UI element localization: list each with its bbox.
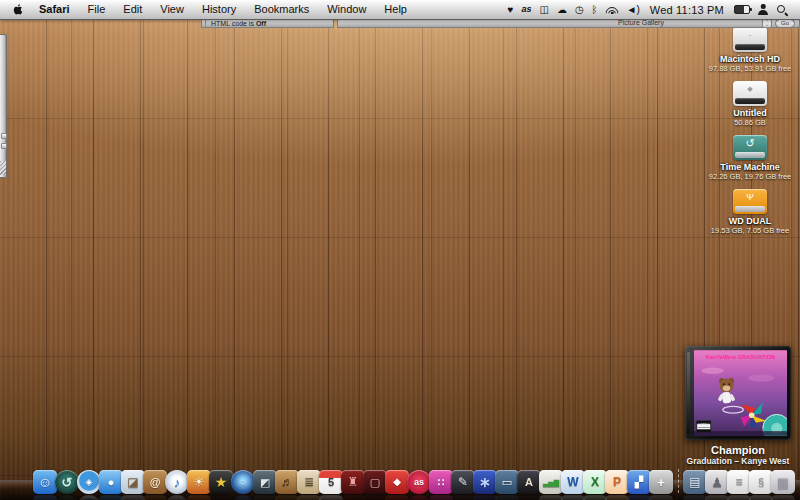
dock-wizard-app-icon[interactable]: ∗ xyxy=(473,470,497,494)
dock-magenta-app-icon[interactable]: ∷ xyxy=(429,470,453,494)
dock-red-app-icon[interactable]: ◆ xyxy=(385,470,409,494)
drive-icon[interactable]: ◆ xyxy=(733,81,767,106)
documents-stack-glyph: ♟ xyxy=(711,476,723,489)
menu-safari[interactable]: Safari xyxy=(30,0,79,19)
dock-trash-icon[interactable]: ▦ xyxy=(771,470,795,494)
dock-star-app-icon[interactable]: ★ xyxy=(209,470,233,494)
bluetooth-icon[interactable]: ᛒ xyxy=(592,0,598,19)
menu-history[interactable]: History xyxy=(193,0,245,19)
menu-file[interactable]: File xyxy=(79,0,115,19)
menu-edit[interactable]: Edit xyxy=(114,0,151,19)
lastfm-glyph: as xyxy=(414,478,424,487)
dock-document-stack-icon[interactable]: ≡ xyxy=(727,470,751,494)
menu-window[interactable]: Window xyxy=(318,0,375,19)
menu-bar: SafariFileEditViewHistoryBookmarksWindow… xyxy=(0,0,800,20)
front-row-glyph: ♜ xyxy=(348,476,359,488)
magenta-app-glyph: ∷ xyxy=(438,477,445,488)
dock-itunes-icon[interactable]: ♪ xyxy=(165,470,189,494)
resize-grip[interactable] xyxy=(0,161,6,175)
desktop-screen: { "menu_bar": { "menus": ["Safari","File… xyxy=(0,0,800,500)
sliver-button[interactable] xyxy=(1,133,7,139)
drive-size-label: 19.53 GB, 7.05 GB free xyxy=(711,226,789,235)
dock-pages-icon[interactable]: A xyxy=(517,470,541,494)
dock-dvd-player-icon[interactable]: ○ xyxy=(231,470,255,494)
drive-emblem-icon: ↺ xyxy=(733,136,767,150)
drive-face-band xyxy=(735,152,765,158)
dock-front-row-icon[interactable]: ♜ xyxy=(341,470,365,494)
user-switch-icon[interactable] xyxy=(758,4,768,15)
drive-icon[interactable]: ∙ xyxy=(733,27,767,52)
desktop-drive-time-machine[interactable]: ↺Time Machine92.26 GB, 19.76 GB free xyxy=(704,135,796,189)
html-code-strip[interactable]: HTML code is Off xyxy=(201,19,334,28)
dock-address-book-icon[interactable]: @ xyxy=(143,470,167,494)
dock-word-icon[interactable]: W xyxy=(561,470,585,494)
desktop-drive-untitled[interactable]: ◆Untitled50.86 GB xyxy=(704,81,796,135)
dock-lastfm-icon[interactable]: as xyxy=(407,470,431,494)
svg-text:PARENTAL: PARENTAL xyxy=(698,422,710,424)
dock-safari-icon[interactable]: ◈ xyxy=(77,470,101,494)
finder-glyph: ☺ xyxy=(38,475,52,489)
heart-icon[interactable]: ♥ xyxy=(507,0,513,19)
chat-bubble-icon[interactable]: ☁ xyxy=(557,0,567,19)
ichat-glyph: ● xyxy=(108,477,115,488)
spaces-app-glyph: + xyxy=(657,476,665,489)
spotlight-icon[interactable] xyxy=(776,4,788,16)
dock-keynote-icon[interactable]: ▭ xyxy=(495,470,519,494)
dock-documents-stack-icon[interactable]: ♟ xyxy=(705,470,729,494)
now-playing-widget[interactable]: KanYeWest GRADUATION xyxy=(682,346,794,466)
messenger-glyph: ▞ xyxy=(635,477,643,488)
preview-glyph: ◪ xyxy=(127,476,138,488)
case-spine xyxy=(687,352,690,434)
dock-pen-app-icon[interactable]: ✎ xyxy=(451,470,475,494)
dock-messenger-icon[interactable]: ▞ xyxy=(627,470,651,494)
drive-label: Time Machine xyxy=(720,162,779,172)
dock-powerpoint-icon[interactable]: P xyxy=(605,470,629,494)
menu-help[interactable]: Help xyxy=(375,0,416,19)
wifi-icon[interactable] xyxy=(606,5,619,14)
dock-time-machine-icon[interactable]: ↺ xyxy=(55,470,79,494)
gallery-controls: ⌃⌄ Go xyxy=(762,19,795,27)
dock-certificate-stack-icon[interactable]: § xyxy=(749,470,773,494)
lastfm-scrobbler-icon[interactable]: as xyxy=(521,0,531,19)
desktop-drive-macintosh-hd[interactable]: ∙Macintosh HD97.88 GB, 53.91 GB free xyxy=(704,27,796,81)
drive-emblem-icon: ◆ xyxy=(733,82,767,96)
news-app-glyph: ≣ xyxy=(304,476,314,488)
dock-news-app-icon[interactable]: ≣ xyxy=(297,470,321,494)
menu-bar-clock[interactable]: Wed 11:13 PM xyxy=(648,4,726,16)
dock-excel-icon[interactable]: X xyxy=(583,470,607,494)
volume-icon[interactable]: ◄) xyxy=(627,0,640,19)
dock-finder-icon[interactable]: ☺ xyxy=(33,470,57,494)
book-icon[interactable]: ◫ xyxy=(539,0,548,19)
dock-spaces-app-icon[interactable]: + xyxy=(649,470,673,494)
dock-ichat-icon[interactable]: ● xyxy=(99,470,123,494)
dock-imovie-icon[interactable]: ◩ xyxy=(253,470,277,494)
ical-glyph: 5 xyxy=(328,477,334,488)
dock-downloads-stack-icon[interactable]: ▤ xyxy=(683,470,707,494)
downloads-stack-glyph: ▤ xyxy=(689,476,700,488)
dock-preview-icon[interactable]: ◪ xyxy=(121,470,145,494)
sliver-button[interactable] xyxy=(1,143,7,149)
dock-numbers-icon[interactable]: ▃▅▇ xyxy=(539,470,563,494)
desktop-drive-wd-dual[interactable]: ΨWD DUAL19.53 GB, 7.05 GB free xyxy=(704,189,796,243)
drive-emblem-icon: Ψ xyxy=(733,190,767,204)
battery-icon[interactable] xyxy=(734,5,750,14)
parental-advisory-label: PARENTAL ADVISORY xyxy=(697,421,711,432)
drive-icon[interactable]: Ψ xyxy=(733,189,767,214)
apple-menu[interactable] xyxy=(0,3,30,16)
drive-icon[interactable]: ↺ xyxy=(733,135,767,160)
dock-theater-app-icon[interactable]: ▢ xyxy=(363,470,387,494)
gallery-strip[interactable]: Picture Gallery ⌃⌄ Go xyxy=(337,19,800,28)
excel-glyph: X xyxy=(591,476,599,488)
dock-ical-icon[interactable]: 5 xyxy=(319,470,343,494)
drive-emblem-icon: ∙ xyxy=(733,28,767,42)
html-code-label: HTML code is Off xyxy=(205,20,266,27)
dock-garageband-icon[interactable]: ♬ xyxy=(275,470,299,494)
menu-view[interactable]: View xyxy=(151,0,193,19)
numbers-glyph: ▃▅▇ xyxy=(543,479,559,486)
offscreen-window-edge[interactable] xyxy=(0,34,7,178)
drive-label: WD DUAL xyxy=(729,216,772,226)
sync-clock-icon[interactable]: ◷ xyxy=(575,0,584,19)
dock-icon-row: ☺↺◈●◪@♪☀★○◩♬≣5♜▢◆as∷✎∗▭A▃▅▇WXP▞+▤♟≡§▦ xyxy=(14,468,800,494)
dock-iphoto-icon[interactable]: ☀ xyxy=(187,470,211,494)
menu-bookmarks[interactable]: Bookmarks xyxy=(245,0,318,19)
